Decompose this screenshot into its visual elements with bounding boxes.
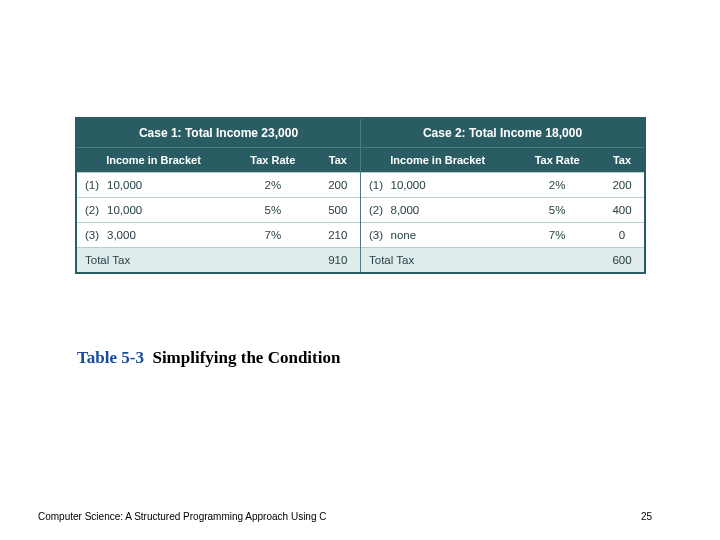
row-income: 10,000 <box>103 173 230 198</box>
row-rate: 5% <box>230 198 316 223</box>
table-caption: Table 5-3 Simplifying the Condition <box>77 348 340 368</box>
case1-header: Case 1: Total Income 23,000 <box>77 119 360 148</box>
row-tax: 500 <box>316 198 361 223</box>
row-label: (3) <box>360 223 386 248</box>
total-tax-1: 910 <box>316 248 361 273</box>
total-label-1: Total Tax <box>77 248 230 273</box>
row-label: (1) <box>77 173 103 198</box>
row-label: (3) <box>77 223 103 248</box>
col-income-2: Income in Bracket <box>360 148 514 173</box>
row-income: 10,000 <box>386 173 514 198</box>
row-tax: 200 <box>600 173 644 198</box>
col-rate-1: Tax Rate <box>230 148 316 173</box>
table-row: (1) 10,000 2% 200 (1) 10,000 2% 200 <box>77 173 644 198</box>
row-rate: 2% <box>230 173 316 198</box>
footer-page-number: 25 <box>641 511 652 522</box>
col-rate-2: Tax Rate <box>514 148 600 173</box>
col-tax-1: Tax <box>316 148 361 173</box>
row-tax: 210 <box>316 223 361 248</box>
total-label-2: Total Tax <box>360 248 514 273</box>
row-rate: 5% <box>514 198 600 223</box>
table-top-header: Case 1: Total Income 23,000 Case 2: Tota… <box>77 119 644 148</box>
row-rate: 7% <box>230 223 316 248</box>
table-total-row: Total Tax 910 Total Tax 600 <box>77 248 644 273</box>
row-tax: 0 <box>600 223 644 248</box>
row-rate: 7% <box>514 223 600 248</box>
total-tax-2: 600 <box>600 248 644 273</box>
row-label: (2) <box>360 198 386 223</box>
caption-label: Table 5-3 <box>77 348 144 367</box>
row-label: (2) <box>77 198 103 223</box>
table-sub-header: Income in Bracket Tax Rate Tax Income in… <box>77 148 644 173</box>
row-rate: 2% <box>514 173 600 198</box>
row-income: 8,000 <box>386 198 514 223</box>
caption-title: Simplifying the Condition <box>152 348 340 367</box>
col-income-1: Income in Bracket <box>77 148 230 173</box>
row-income: 3,000 <box>103 223 230 248</box>
row-income: 10,000 <box>103 198 230 223</box>
table-row: (2) 10,000 5% 500 (2) 8,000 5% 400 <box>77 198 644 223</box>
row-tax: 400 <box>600 198 644 223</box>
row-income: none <box>386 223 514 248</box>
col-tax-2: Tax <box>600 148 644 173</box>
row-tax: 200 <box>316 173 361 198</box>
case2-header: Case 2: Total Income 18,000 <box>360 119 644 148</box>
tax-table: Case 1: Total Income 23,000 Case 2: Tota… <box>75 117 646 274</box>
row-label: (1) <box>360 173 386 198</box>
footer-book-title: Computer Science: A Structured Programmi… <box>38 511 326 522</box>
table-row: (3) 3,000 7% 210 (3) none 7% 0 <box>77 223 644 248</box>
